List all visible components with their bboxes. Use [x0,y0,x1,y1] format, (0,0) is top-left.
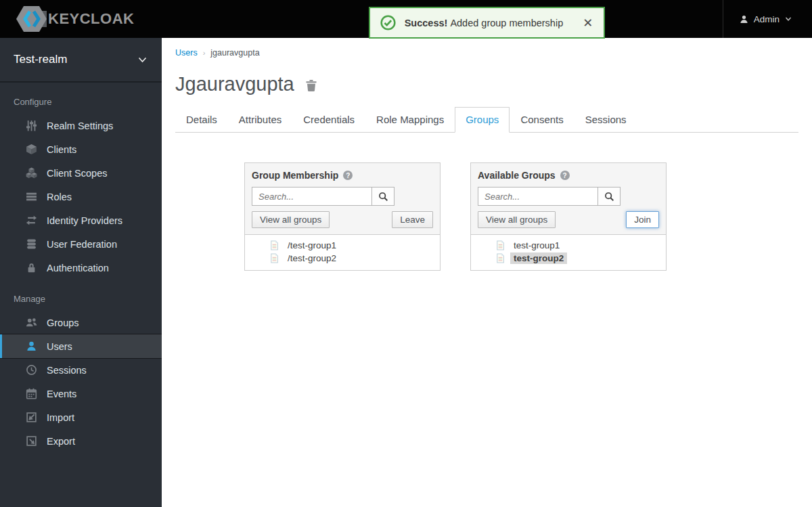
group-name: test-group2 [510,252,567,264]
main-content: Users › jgauravgupta Jgauravgupta Detail… [162,38,812,507]
clock-icon [26,364,37,376]
tab-details[interactable]: Details [175,107,228,133]
page-title: Jgauravgupta [175,73,294,95]
calendar-icon [26,388,37,399]
realm-selector[interactable]: Test-realm [0,38,162,83]
list-icon [26,191,37,202]
sidebar-item-label: Roles [47,192,72,202]
doc-icon [495,240,505,250]
sidebar-item-sessions[interactable]: Sessions [0,358,162,382]
panel-header: Group Membership ? View all groups Leave [245,163,440,234]
search-button[interactable] [372,187,394,206]
tab-groups[interactable]: Groups [455,107,510,133]
sidebar-item-authentication[interactable]: Authentication [0,256,162,280]
help-icon[interactable]: ? [343,171,353,180]
chevron-down-icon [785,16,792,22]
sidebar-item-label: Clients [47,144,76,155]
panel-title: Available Groups [478,170,556,181]
sidebar-item-label: Export [47,436,75,447]
doc-icon [495,253,505,263]
groups-panels: Group Membership ? View all groups Leave… [244,162,812,271]
sliders-icon [26,120,37,131]
chevron-down-icon [138,57,147,63]
keycloak-hexagon-icon [16,5,47,32]
available-groups-panel: Available Groups ? View all groups Join … [470,162,667,271]
group-membership-search-input[interactable] [252,187,372,206]
import-icon [26,412,37,423]
sidebar-item-users[interactable]: Users [0,334,162,358]
available-groups-search-input[interactable] [478,187,598,206]
sidebar-item-groups[interactable]: Groups [0,311,162,334]
group-tree-item[interactable]: /test-group1 [245,239,440,252]
realm-name: Test-realm [14,53,67,66]
search-button[interactable] [598,187,621,206]
sidebar-section-label-configure: Configure [0,83,162,114]
database-icon [26,238,37,250]
group-name: test-group1 [510,240,563,251]
sidebar-item-events[interactable]: Events [0,382,162,405]
sidebar-item-client-scopes[interactable]: Client Scopes [0,161,162,185]
group-tree: /test-group1/test-group2 [245,234,440,270]
sidebar-item-identity-providers[interactable]: Identity Providers [0,208,162,232]
group-membership-panel: Group Membership ? View all groups Leave… [244,162,441,271]
cube-icon [26,144,37,155]
group-tree-item[interactable]: test-group2 [471,252,666,265]
lock-icon [26,262,37,273]
sidebar-item-label: Authentication [47,263,109,273]
sidebar-item-realm-settings[interactable]: Realm Settings [0,114,162,137]
admin-label: Admin [754,14,780,24]
alert-message: Added group membership [450,18,563,28]
tab-role-mappings[interactable]: Role Mappings [365,107,455,133]
cubes-icon [26,167,37,179]
breadcrumb-users-link[interactable]: Users [175,48,198,58]
sidebar-item-label: Identity Providers [47,215,122,226]
alert-text: Success! Added group membership [405,18,564,28]
view-all-groups-button[interactable]: View all groups [478,211,556,228]
group-tree-item[interactable]: test-group1 [471,239,666,252]
panel-title: Group Membership [252,170,338,181]
success-alert: Success! Added group membership ✕ [369,7,606,39]
sidebar-item-label: User Federation [47,239,117,250]
export-icon [26,435,37,447]
admin-user-menu[interactable]: Admin [723,0,812,38]
sidebar-item-label: Realm Settings [47,120,113,131]
sidebar-item-export[interactable]: Export [0,429,162,453]
view-all-groups-button[interactable]: View all groups [252,211,330,228]
exchange-icon [26,215,37,226]
close-icon[interactable]: ✕ [583,17,593,29]
sidebar-item-roles[interactable]: Roles [0,185,162,208]
tab-credentials[interactable]: Credentials [292,107,365,133]
delete-user-trash-icon[interactable] [304,79,318,92]
keycloak-logo[interactable]: KEYCLOAK [0,5,134,32]
doc-icon [269,240,279,250]
breadcrumb-separator: › [203,49,206,57]
sidebar-item-label: Client Scopes [47,168,107,179]
tab-attributes[interactable]: Attributes [228,107,292,133]
tab-sessions[interactable]: Sessions [574,107,637,133]
group-name: /test-group1 [284,240,340,251]
group-tree-item[interactable]: /test-group2 [245,252,440,265]
alert-title: Success! [405,18,451,28]
search-icon [378,192,388,202]
users-group-icon [26,317,37,328]
breadcrumb: Users › jgauravgupta [162,38,812,58]
sidebar-item-clients[interactable]: Clients [0,137,162,161]
user-tabs: DetailsAttributesCredentialsRole Mapping… [175,107,798,133]
sidebar-item-label: Groups [47,317,79,328]
tab-consents[interactable]: Consents [510,107,574,133]
help-icon[interactable]: ? [560,171,570,180]
user-icon [26,340,37,352]
leave-button[interactable]: Leave [392,211,433,228]
sidebar-item-label: Import [47,412,74,423]
sidebar-item-label: Sessions [47,365,87,376]
join-button[interactable]: Join [626,211,659,228]
panel-header: Available Groups ? View all groups Join [471,163,666,234]
sidebar-item-label: Users [47,341,72,352]
doc-icon [269,253,279,263]
sidebar: Test-realm ConfigureRealm SettingsClient… [0,38,162,507]
sidebar-item-user-federation[interactable]: User Federation [0,232,162,256]
sidebar-item-import[interactable]: Import [0,405,162,429]
brand-text: KEYCLOAK [48,10,134,28]
success-check-icon [380,15,396,30]
breadcrumb-current: jgauravgupta [210,48,259,58]
